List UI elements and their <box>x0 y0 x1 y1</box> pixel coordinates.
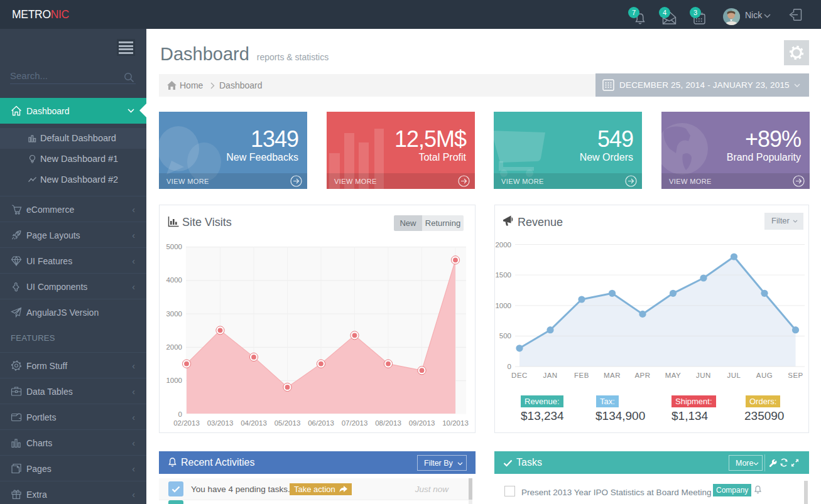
svg-text:DEC: DEC <box>511 372 528 379</box>
svg-text:3000: 3000 <box>166 310 182 318</box>
svg-text:10/2013: 10/2013 <box>442 419 469 427</box>
svg-text:04/2013: 04/2013 <box>241 419 267 427</box>
svg-text:JAN: JAN <box>543 372 557 379</box>
svg-text:0: 0 <box>508 363 511 370</box>
svg-text:09/2013: 09/2013 <box>409 419 435 427</box>
svg-text:1000: 1000 <box>495 302 511 309</box>
svg-text:07/2013: 07/2013 <box>342 419 368 427</box>
svg-text:4000: 4000 <box>166 276 182 284</box>
svg-text:2000: 2000 <box>495 241 511 249</box>
svg-text:AUG: AUG <box>756 372 773 379</box>
svg-text:SEP: SEP <box>788 372 803 379</box>
svg-text:1000: 1000 <box>166 377 182 384</box>
svg-text:FEB: FEB <box>574 372 589 379</box>
svg-text:06/2013: 06/2013 <box>308 419 334 427</box>
svg-text:MAR: MAR <box>604 372 621 379</box>
svg-text:500: 500 <box>499 332 511 340</box>
svg-text:08/2013: 08/2013 <box>375 419 401 427</box>
svg-text:02/2013: 02/2013 <box>173 419 200 427</box>
svg-text:05/2013: 05/2013 <box>275 419 301 427</box>
svg-text:5000: 5000 <box>166 243 182 250</box>
svg-text:03/2013: 03/2013 <box>207 419 234 427</box>
svg-text:0: 0 <box>178 410 182 418</box>
svg-text:MAY: MAY <box>665 372 682 379</box>
svg-text:JUN: JUN <box>696 372 711 379</box>
svg-text:APR: APR <box>634 372 650 379</box>
svg-text:2000: 2000 <box>166 343 182 351</box>
svg-text:JUL: JUL <box>727 372 741 379</box>
svg-text:1500: 1500 <box>495 271 511 279</box>
